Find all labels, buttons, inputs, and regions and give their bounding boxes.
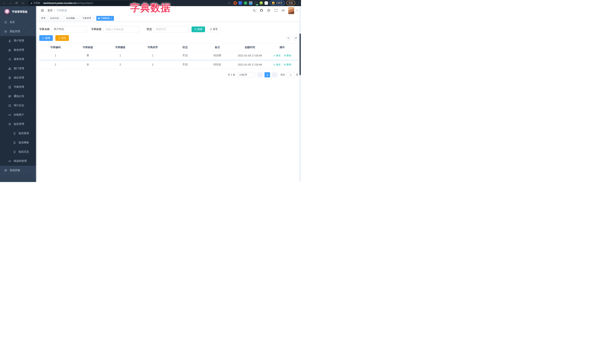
extension-check-icon[interactable]: ✓ [244, 1, 247, 5]
gear-icon [4, 30, 7, 33]
profile-paused-chip[interactable]: 已暂停 [270, 1, 285, 5]
close-icon[interactable]: × [111, 17, 112, 20]
tab-dict-mgmt[interactable]: 字典管理× [80, 16, 95, 21]
sidebar-item-sms-template[interactable]: 短信模板 [0, 138, 37, 147]
sidebar-item-sms-mgmt[interactable]: 短信管理 ⌃ [0, 119, 37, 129]
url-text: dashboard.yudao.iocoder.cn/dict/type/dat… [43, 2, 93, 4]
org-tree-icon [8, 67, 11, 70]
sidebar-item-online-users[interactable]: 在线用户 [0, 110, 37, 119]
bookmark-star-icon[interactable]: ☆ [226, 0, 232, 6]
col-dict-value: 字典键值 [104, 43, 137, 52]
status-label: 状态 [147, 28, 152, 31]
sidebar-item-post-mgmt[interactable]: 岗位管理 [0, 73, 37, 82]
goto-page-input[interactable] [287, 72, 295, 77]
paused-label: 已暂停 [276, 1, 282, 5]
extension-gem-icon[interactable] [239, 1, 242, 5]
table-toolbar: 新增 导出 [39, 35, 298, 41]
extension-leaf-icon[interactable] [259, 1, 263, 5]
breadcrumb-home[interactable]: 首页 [47, 9, 53, 12]
fullscreen-icon[interactable] [274, 9, 278, 13]
tab-home[interactable]: 首页 [39, 16, 47, 21]
sidebar-item-menu-mgmt[interactable]: 菜单管理 [0, 55, 37, 64]
sidebar-logo-row[interactable]: 芋道管理系统 [0, 6, 37, 18]
reset-button[interactable]: 重置 [207, 26, 220, 32]
extension-adguard-icon[interactable] [249, 1, 252, 5]
collapse-sidebar-icon[interactable] [40, 8, 45, 13]
tab-sms-template[interactable]: 短信模板× [64, 16, 79, 21]
sidebar-item-sms-channel[interactable]: 短信渠道 [0, 129, 37, 138]
dict-label-input[interactable] [106, 28, 138, 31]
sidebar-item-audit-log[interactable]: 审计日志 ⌄ [0, 101, 37, 110]
sidebar-item-sms-log[interactable]: 短信日志 [0, 147, 37, 156]
sidebar-item-notice[interactable]: 通知公告 [0, 92, 37, 101]
breadcrumb: 首页 / 字典数据 [47, 9, 67, 12]
edit-link[interactable]: 修改 [273, 63, 281, 66]
security-warning[interactable]: ▲ 不安全 [30, 1, 40, 5]
extensions-puzzle-icon[interactable] [265, 1, 268, 5]
forward-icon[interactable]: → [8, 0, 13, 6]
page-scrollbar[interactable] [299, 6, 301, 182]
edit-link[interactable]: 修改 [273, 54, 281, 57]
dict-name-select[interactable]: 用户性别 ⌄ [52, 26, 87, 32]
address-bar[interactable]: ▲ 不安全 dashboard.yudao.iocoder.cn/dict/ty… [28, 0, 139, 5]
online-user-icon [8, 113, 11, 116]
help-icon[interactable] [267, 9, 271, 13]
dict-data-table: 字典编码 字典标签 字典键值 字典排序 状态 备注 创建时间 操作 1 男 1 [39, 43, 298, 69]
current-page-button[interactable]: 1 [265, 72, 270, 77]
sidebar-item-role-mgmt[interactable]: 角色管理 [0, 45, 37, 55]
close-icon[interactable]: × [92, 17, 94, 20]
extension-orange-icon[interactable] [233, 1, 237, 5]
close-icon[interactable]: × [60, 17, 62, 20]
add-button[interactable]: 新增 [39, 35, 53, 41]
tags-view-bar: 首页 短信日志× 短信模板× 字典管理× 字典数据× [37, 15, 301, 22]
sidebar-item-system[interactable]: 系统管理 ⌃ [0, 27, 37, 36]
col-actions: 操作 [266, 43, 298, 52]
user-avatar[interactable] [288, 7, 294, 14]
user-icon [8, 39, 11, 42]
search-icon[interactable] [252, 9, 256, 13]
pagination-total: 共 2 条 [228, 73, 235, 76]
tab-dict-data[interactable]: 字典数据× [96, 16, 114, 21]
chevron-down-icon: ⌄ [83, 29, 85, 30]
font-size-icon[interactable]: ᴛT [281, 9, 285, 13]
pagination: 共 2 条 10条/页 ⌄ ‹ 1 › 前往 页 [39, 72, 298, 77]
back-icon[interactable]: ← [1, 0, 7, 6]
reload-icon[interactable]: ⟳ [14, 0, 19, 6]
refresh-button[interactable] [293, 35, 298, 41]
sidebar-item-dict-mgmt[interactable]: 字典管理 [0, 82, 37, 92]
page-size-select[interactable]: 10条/页 ⌄ [237, 72, 255, 77]
export-button[interactable]: 导出 [55, 35, 69, 41]
status-select[interactable]: 数据状态 ⌄ [154, 26, 189, 32]
col-remark: 备注 [201, 43, 234, 52]
phone-icon [13, 150, 16, 153]
dictionary-icon [8, 85, 11, 89]
prev-page-button[interactable]: ‹ [257, 72, 263, 77]
scrollbar-thumb[interactable] [300, 33, 301, 75]
sidebar-item-error-code[interactable]: 错误码管理 [0, 156, 37, 166]
delete-link[interactable]: 删除 [284, 63, 291, 66]
browser-update-button[interactable]: 更新 [286, 1, 295, 5]
avatar-caret-icon[interactable]: ▼ [296, 10, 298, 11]
app-header: 首页 / 字典数据 ᴛT ▼ [37, 6, 301, 15]
sidebar-item-infrastructure[interactable]: 基础设施 ⌄ [0, 166, 37, 175]
tab-sms-log[interactable]: 短信日志× [48, 16, 63, 21]
dict-label-label: 字典标签 [91, 28, 101, 31]
close-icon[interactable]: × [76, 17, 77, 20]
browser-menu-icon[interactable]: ⋮ [297, 1, 300, 5]
update-label: 更新 [289, 1, 293, 5]
search-button[interactable]: 搜索 [192, 26, 205, 32]
dashboard-icon [4, 21, 7, 24]
table-row: 1 男 1 1 开启 性别男 2021-01-05 17:03:48 修改 删除 [39, 52, 298, 60]
app-logo [4, 9, 10, 15]
page-unit-label: 页 [296, 73, 298, 76]
sidebar-item-user-mgmt[interactable]: 用户管理 [0, 36, 37, 45]
delete-link[interactable]: 删除 [284, 54, 291, 57]
extension-switch-on-icon[interactable]: on [254, 1, 258, 5]
home-icon[interactable]: ⌂ [20, 0, 26, 6]
sidebar-item-dept-mgmt[interactable]: 部门管理 [0, 64, 37, 73]
next-page-button[interactable]: › [272, 72, 278, 77]
sidebar-item-home[interactable]: 首页 [0, 18, 37, 27]
profile-avatar [272, 2, 275, 4]
toggle-search-button[interactable] [286, 35, 291, 41]
github-icon[interactable] [259, 9, 263, 13]
